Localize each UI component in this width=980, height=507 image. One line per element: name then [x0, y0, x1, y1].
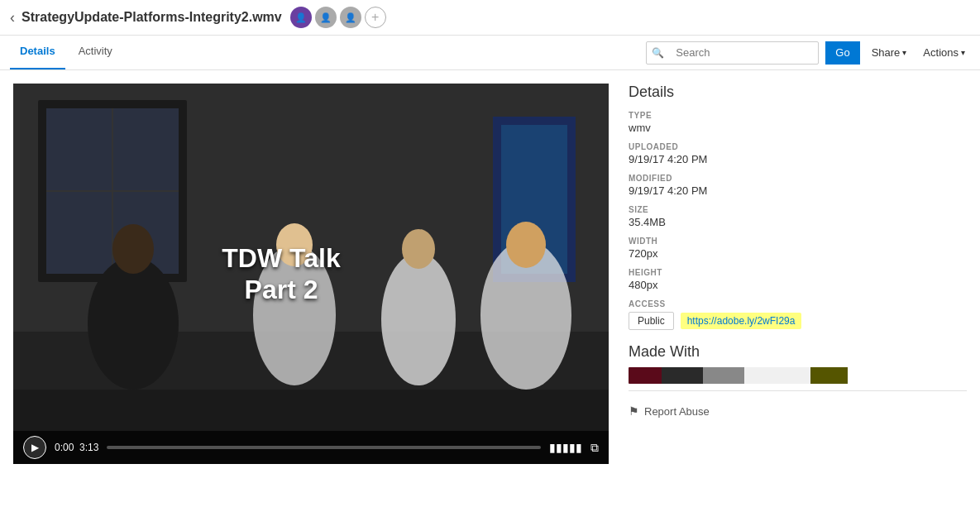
play-button[interactable]: ▶	[23, 436, 46, 459]
actions-dropdown-arrow: ▾	[961, 48, 965, 57]
divider	[629, 390, 967, 391]
video-player: TDW Talk Part 2 ▶ 0:00 3:13 ▮▮▮▮▮ ⧉	[13, 84, 609, 464]
nav-bar: Details Activity 🔍 Go Share ▾ Actions ▾	[0, 36, 980, 70]
video-title-overlay: TDW Talk Part 2	[222, 242, 340, 306]
svg-point-8	[88, 257, 179, 390]
actions-button[interactable]: Actions ▾	[918, 41, 970, 65]
nav-right: 🔍 Go Share ▾ Actions ▾	[646, 41, 970, 65]
search-input[interactable]	[669, 46, 818, 59]
avatar-3[interactable]: 👤	[340, 7, 361, 28]
flag-icon: ⚑	[629, 404, 639, 418]
color-swatch	[744, 367, 810, 384]
detail-uploaded: UPLOADED 9/19/17 4:20 PM	[629, 142, 967, 165]
detail-modified: MODIFIED 9/19/17 4:20 PM	[629, 174, 967, 197]
color-swatch	[629, 367, 662, 384]
search-icon: 🔍	[647, 47, 669, 59]
access-link[interactable]: https://adobe.ly/2wFI29a	[681, 313, 802, 329]
made-with-heading: Made With	[629, 343, 967, 361]
detail-size: SIZE 35.4MB	[629, 205, 967, 228]
top-bar: ‹ StrategyUpdate-Platforms-Integrity2.wm…	[0, 0, 980, 36]
detail-access: ACCESS Public https://adobe.ly/2wFI29a	[629, 299, 967, 330]
details-panel: Details TYPE wmv UPLOADED 9/19/17 4:20 P…	[629, 84, 967, 464]
progress-bar[interactable]	[107, 446, 541, 449]
nav-tabs: Details Activity	[10, 36, 646, 69]
video-area: TDW Talk Part 2 ▶ 0:00 3:13 ▮▮▮▮▮ ⧉	[13, 84, 609, 464]
access-row: Public https://adobe.ly/2wFI29a	[629, 312, 967, 330]
color-swatch	[810, 367, 848, 384]
color-swatches	[629, 367, 967, 384]
main-content: TDW Talk Part 2 ▶ 0:00 3:13 ▮▮▮▮▮ ⧉ Deta…	[0, 70, 980, 477]
public-badge[interactable]: Public	[629, 312, 674, 330]
video-controls: ▶ 0:00 3:13 ▮▮▮▮▮ ⧉	[13, 431, 609, 464]
go-button[interactable]: Go	[825, 41, 859, 65]
detail-width: WIDTH 720px	[629, 237, 967, 260]
avatar-group: 👤 👤 👤 +	[290, 7, 386, 28]
tab-activity[interactable]: Activity	[69, 36, 122, 69]
color-swatch	[703, 367, 744, 384]
fullscreen-button[interactable]: ⧉	[590, 441, 599, 455]
search-box: 🔍	[646, 41, 819, 65]
file-title: StrategyUpdate-Platforms-Integrity2.wmv	[22, 10, 282, 25]
report-abuse-label: Report Abuse	[644, 405, 710, 418]
detail-height: HEIGHT 480px	[629, 268, 967, 291]
time-display: 0:00 3:13	[55, 442, 98, 453]
back-button[interactable]: ‹	[10, 9, 15, 26]
svg-point-9	[112, 224, 154, 274]
details-heading: Details	[629, 84, 967, 101]
avatar-2[interactable]: 👤	[315, 7, 337, 28]
svg-point-12	[381, 253, 456, 385]
detail-type: TYPE wmv	[629, 111, 967, 134]
share-button[interactable]: Share ▾	[867, 41, 912, 65]
add-collaborator-button[interactable]: +	[365, 7, 386, 28]
avatar-1[interactable]: 👤	[290, 7, 312, 28]
report-abuse-link[interactable]: ⚑ Report Abuse	[629, 404, 967, 418]
tab-details[interactable]: Details	[10, 36, 65, 69]
svg-point-13	[402, 229, 435, 269]
svg-point-15	[506, 222, 546, 268]
color-swatch	[662, 367, 703, 384]
volume-icon[interactable]: ▮▮▮▮▮	[549, 441, 582, 454]
share-dropdown-arrow: ▾	[902, 48, 906, 57]
